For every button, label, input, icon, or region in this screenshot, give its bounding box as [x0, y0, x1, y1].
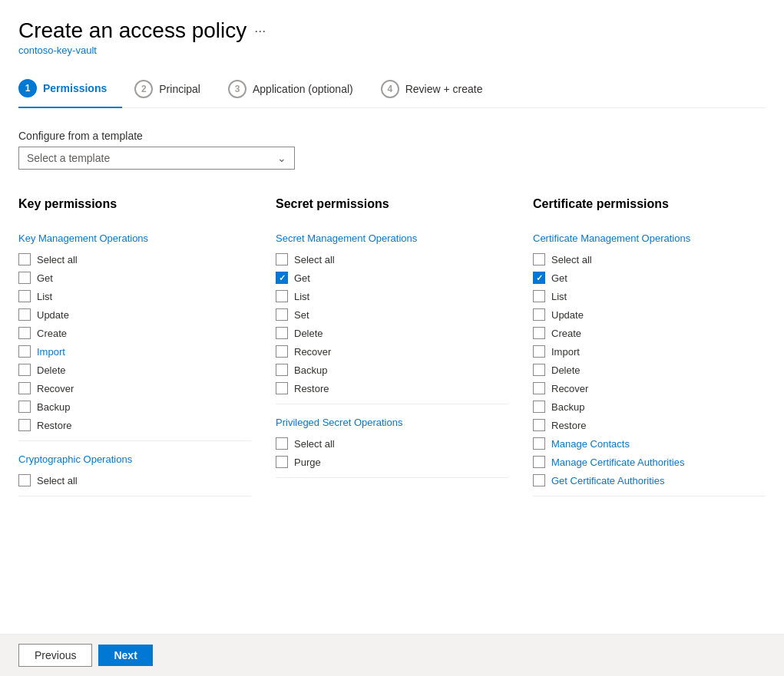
checkbox-secret-purge[interactable]: [276, 456, 288, 468]
checkbox-key-delete[interactable]: [18, 364, 31, 376]
checkbox-key-list[interactable]: [18, 290, 31, 302]
perm-item-key-import[interactable]: Import: [18, 342, 251, 361]
perm-item-cert-manage-ca[interactable]: Manage Certificate Authorities: [533, 453, 766, 471]
perm-item-secret-restore[interactable]: Restore: [276, 379, 508, 397]
perm-item-cert-list[interactable]: List: [533, 287, 766, 305]
checkbox-cert-backup[interactable]: [533, 401, 545, 413]
next-button[interactable]: Next: [98, 645, 152, 666]
checkbox-secret-recover[interactable]: [276, 345, 288, 358]
perm-item-secret-purge[interactable]: Purge: [276, 453, 508, 471]
perm-item-cert-backup[interactable]: Backup: [533, 397, 766, 416]
column-header-secret: Secret permissions: [276, 197, 508, 217]
wizard-step-2[interactable]: 2 Principal: [134, 72, 216, 107]
label-key-recover: Recover: [37, 383, 74, 394]
step-label-2: Principal: [159, 83, 200, 95]
perm-item-secret-list[interactable]: List: [276, 287, 508, 305]
checkbox-key-update[interactable]: [18, 308, 31, 321]
checkbox-cert-get[interactable]: [533, 272, 545, 284]
checkbox-cert-import[interactable]: [533, 345, 545, 358]
checkbox-cert-list[interactable]: [533, 290, 545, 302]
perm-item-cert-manage-contacts[interactable]: Manage Contacts: [533, 434, 766, 453]
perm-item-secret-get[interactable]: Get: [276, 269, 508, 287]
perm-item-cert-delete[interactable]: Delete: [533, 361, 766, 379]
checkbox-key-crypto-select-all[interactable]: [18, 474, 31, 486]
step-circle-4: 4: [381, 80, 399, 98]
checkbox-cert-restore[interactable]: [533, 419, 545, 431]
checkbox-key-backup[interactable]: [18, 401, 31, 413]
perm-item-key-backup[interactable]: Backup: [18, 397, 251, 416]
perm-item-secret-recover[interactable]: Recover: [276, 342, 508, 361]
label-secret-select-all: Select all: [294, 254, 335, 265]
checkbox-cert-update[interactable]: [533, 308, 545, 321]
section-label-key-0: Key Management Operations: [18, 232, 251, 244]
perm-item-secret-backup[interactable]: Backup: [276, 361, 508, 379]
checkbox-cert-manage-ca[interactable]: [533, 456, 545, 468]
perm-item-cert-select-all[interactable]: Select all: [533, 250, 766, 269]
checkbox-key-import[interactable]: [18, 345, 31, 358]
perm-list-key-0: Select allGetListUpdateCreateImportDelet…: [18, 250, 251, 441]
perm-item-cert-get[interactable]: Get: [533, 269, 766, 287]
perm-item-cert-get-ca[interactable]: Get Certificate Authorities: [533, 471, 766, 490]
perm-item-cert-recover[interactable]: Recover: [533, 379, 766, 397]
perm-item-cert-create[interactable]: Create: [533, 324, 766, 342]
label-cert-backup: Backup: [551, 401, 584, 413]
perm-item-secret-select-all[interactable]: Select all: [276, 250, 508, 269]
checkbox-secret-set[interactable]: [276, 308, 288, 321]
checkbox-secret-restore[interactable]: [276, 382, 288, 394]
perm-item-key-get[interactable]: Get: [18, 269, 251, 287]
checkbox-key-create[interactable]: [18, 327, 31, 339]
checkbox-cert-create[interactable]: [533, 327, 545, 339]
label-secret-recover: Recover: [294, 346, 331, 358]
previous-button[interactable]: Previous: [18, 644, 92, 667]
perm-item-key-select-all[interactable]: Select all: [18, 250, 251, 269]
perm-item-secret-delete[interactable]: Delete: [276, 324, 508, 342]
perm-item-key-delete[interactable]: Delete: [18, 361, 251, 379]
perm-item-secret-priv-select-all[interactable]: Select all: [276, 434, 508, 453]
label-key-restore: Restore: [37, 420, 72, 431]
checkbox-secret-delete[interactable]: [276, 327, 288, 339]
template-dropdown[interactable]: Select a template ⌄: [18, 147, 295, 170]
checkbox-secret-backup[interactable]: [276, 364, 288, 376]
label-secret-list: List: [294, 291, 309, 302]
perm-item-key-crypto-select-all[interactable]: Select all: [18, 471, 251, 490]
wizard-step-4[interactable]: 4 Review + create: [381, 72, 498, 107]
perm-item-key-recover[interactable]: Recover: [18, 379, 251, 397]
checkbox-key-recover[interactable]: [18, 382, 31, 394]
checkbox-cert-manage-contacts[interactable]: [533, 437, 545, 450]
perm-item-cert-restore[interactable]: Restore: [533, 416, 766, 434]
perm-item-cert-update[interactable]: Update: [533, 305, 766, 324]
step-circle-2: 2: [134, 80, 153, 98]
label-key-crypto-select-all: Select all: [37, 475, 78, 486]
wizard-step-1[interactable]: 1 Permissions: [18, 71, 122, 108]
label-secret-get: Get: [294, 272, 310, 284]
checkbox-key-select-all[interactable]: [18, 253, 31, 265]
label-cert-get-ca: Get Certificate Authorities: [551, 475, 664, 486]
checkbox-cert-get-ca[interactable]: [533, 474, 545, 486]
ellipsis-menu[interactable]: ···: [254, 23, 266, 39]
section-label-secret-0: Secret Management Operations: [276, 232, 508, 244]
perm-item-secret-set[interactable]: Set: [276, 305, 508, 324]
perm-item-key-restore[interactable]: Restore: [18, 416, 251, 434]
step-label-4: Review + create: [405, 83, 483, 95]
step-label-1: Permissions: [43, 82, 107, 94]
checkbox-cert-select-all[interactable]: [533, 253, 545, 265]
checkbox-cert-recover[interactable]: [533, 382, 545, 394]
label-key-update: Update: [37, 309, 69, 321]
perm-item-key-create[interactable]: Create: [18, 324, 251, 342]
checkbox-secret-list[interactable]: [276, 290, 288, 302]
checkbox-secret-select-all[interactable]: [276, 253, 288, 265]
perm-item-key-update[interactable]: Update: [18, 305, 251, 324]
checkbox-key-restore[interactable]: [18, 419, 31, 431]
checkbox-secret-get[interactable]: [276, 272, 288, 284]
checkbox-cert-delete[interactable]: [533, 364, 545, 376]
wizard-step-3[interactable]: 3 Application (optional): [228, 72, 369, 107]
template-placeholder: Select a template: [27, 152, 110, 164]
label-secret-restore: Restore: [294, 383, 329, 394]
label-secret-delete: Delete: [294, 328, 323, 339]
checkbox-key-get[interactable]: [18, 272, 31, 284]
perm-item-key-list[interactable]: List: [18, 287, 251, 305]
label-secret-backup: Backup: [294, 364, 327, 376]
checkbox-secret-priv-select-all[interactable]: [276, 437, 288, 450]
breadcrumb[interactable]: contoso-key-vault: [18, 45, 766, 56]
perm-item-cert-import[interactable]: Import: [533, 342, 766, 361]
